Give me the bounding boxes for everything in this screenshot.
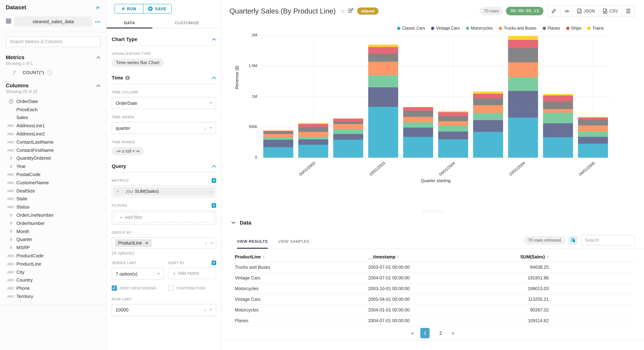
remove-tag-icon[interactable]: ✕ — [145, 241, 148, 245]
pagination-prev[interactable]: « — [411, 330, 414, 336]
table-row[interactable]: Vintage Cars2004-07-01 00:00:00191951.86 — [235, 273, 634, 283]
chevron-up-icon[interactable] — [96, 83, 100, 88]
legend-item[interactable]: Classic Cars — [397, 26, 425, 30]
menu-icon[interactable] — [622, 6, 634, 16]
stacked-bar[interactable] — [368, 44, 398, 158]
legend-item[interactable]: Motorcycles — [466, 26, 493, 30]
add-filter-dropzone[interactable]: + Add filter — [114, 212, 214, 223]
column-item[interactable]: OrderDate — [6, 97, 100, 105]
table-column-header[interactable]: SUM(Sales) — [502, 254, 549, 259]
edit-title-icon[interactable] — [348, 8, 354, 14]
time-range-value[interactable]: -∞ ≤ col < ∞ — [112, 147, 144, 155]
chevron-up-icon[interactable] — [212, 163, 216, 169]
export-json-button[interactable]: .JSON — [574, 6, 599, 16]
tab-customize[interactable]: CUSTOMIZE — [152, 18, 221, 28]
pagination-page[interactable]: 1 — [420, 328, 430, 338]
stacked-bar[interactable] — [543, 94, 573, 158]
column-item[interactable]: #MSRP — [6, 244, 100, 252]
column-item[interactable]: ABCContactLastName — [6, 138, 100, 146]
collapse-panel-icon[interactable] — [96, 5, 100, 10]
pagination-page[interactable]: 2 — [436, 328, 445, 338]
chevron-up-icon[interactable] — [96, 54, 100, 60]
pagination-next[interactable]: » — [452, 330, 454, 336]
column-item[interactable]: ABCPostalCode — [6, 170, 100, 179]
legend-item[interactable]: Vintage Cars — [431, 26, 460, 30]
sort-icon[interactable] — [546, 255, 549, 258]
table-row[interactable]: Vintage Cars2005-04-01 00:00:00113255.21 — [235, 294, 634, 305]
column-item[interactable]: ABCAddressLine1 — [6, 122, 100, 130]
column-item[interactable]: ABCContactFirstName — [6, 146, 100, 154]
add-sort-metric-button[interactable]: + — [212, 261, 216, 265]
export-csv-button[interactable]: .CSV — [599, 6, 622, 16]
column-item[interactable]: ABCTerritory — [6, 292, 100, 301]
add-sort-metric-dropzone[interactable]: + Add metric — [168, 268, 216, 279]
altered-badge[interactable]: Altered — [357, 7, 379, 14]
column-item[interactable]: ABCProductCode — [6, 252, 100, 260]
tab-view-samples[interactable]: VIEW SAMPLES — [278, 237, 310, 248]
column-item[interactable]: Sales — [6, 113, 100, 122]
favorite-star-icon[interactable]: ☆ — [340, 8, 345, 14]
search-metrics-input[interactable] — [6, 36, 100, 47]
chevron-down-icon[interactable] — [231, 220, 236, 225]
column-item[interactable]: PriceEach — [6, 105, 100, 114]
column-item[interactable]: ABCCountry — [6, 276, 100, 284]
expand-metric-icon[interactable]: › — [206, 189, 215, 194]
legend-item[interactable]: Ships — [566, 26, 582, 30]
table-row[interactable]: Motorcycles2004-01-01 00:00:0090267.02 — [235, 305, 634, 316]
group-by-select[interactable]: ProductLine ✕ × — [112, 237, 216, 249]
tab-data[interactable]: DATA — [107, 18, 152, 28]
stacked-bar[interactable] — [263, 130, 293, 158]
column-item[interactable]: #OrderLineNumber — [6, 211, 100, 219]
embed-code-button[interactable]: </> — [561, 6, 574, 16]
copy-data-button[interactable] — [568, 236, 578, 245]
table-row[interactable]: Trucks and Buses2003-07-01 00:00:0084638… — [235, 262, 634, 273]
table-row[interactable]: Planes2004-07-01 00:00:00109114.62 — [235, 316, 634, 326]
dataset-options-icon[interactable]: ••• — [95, 19, 100, 24]
column-item[interactable]: ABCCity — [6, 268, 100, 276]
tab-view-results[interactable]: VIEW RESULTS — [237, 237, 268, 248]
column-item[interactable]: ABCStatus — [6, 203, 100, 211]
metric-item[interactable]: ƒCOUNT(*)? — [6, 70, 100, 75]
column-item[interactable]: ABCProductLine — [6, 260, 100, 268]
stacked-bar[interactable] — [403, 107, 433, 158]
add-filter-button[interactable]: + — [212, 203, 216, 208]
sort-descending-checkbox[interactable]: SORT DESCENDING — [112, 286, 164, 291]
row-limit-select[interactable]: 10000 × — [112, 304, 216, 316]
column-item[interactable]: #Year — [6, 162, 100, 171]
stacked-bar[interactable] — [578, 117, 608, 158]
share-link-button[interactable] — [548, 6, 561, 16]
time-grain-select[interactable]: quarter × — [112, 122, 216, 134]
column-item[interactable]: ABCDealSize — [6, 187, 100, 195]
sort-icon[interactable] — [262, 255, 265, 258]
run-button[interactable]: RUN — [115, 4, 143, 13]
column-item[interactable]: #Month — [6, 227, 100, 236]
column-item[interactable]: #OrderNumber — [6, 219, 100, 227]
metric-pill[interactable]: × ƒ(x) SUM(Sales) › — [113, 187, 215, 196]
table-row[interactable]: Motorcycles2003-10-01 00:00:00199013.03 — [235, 283, 634, 294]
viz-type-value[interactable]: Time-series Bar Chart — [112, 58, 164, 67]
contribution-checkbox[interactable]: CONTRIBUTION — [168, 286, 216, 291]
column-item[interactable]: ABCAddressLine2 — [6, 130, 100, 138]
stacked-bar[interactable] — [298, 123, 328, 158]
dataset-name[interactable]: cleaned_sales_data — [14, 16, 92, 27]
table-column-header[interactable]: ProductLine — [235, 254, 368, 259]
column-item[interactable]: ABCCustomerName — [6, 179, 100, 187]
column-item[interactable]: #Quarter — [6, 235, 100, 244]
column-item[interactable]: ABCPhone — [6, 284, 100, 293]
legend-item[interactable]: Trucks and Buses — [499, 26, 536, 30]
remove-metric-icon[interactable]: × — [113, 189, 123, 194]
save-button[interactable]: SAVE — [143, 4, 171, 13]
sort-icon[interactable] — [397, 255, 400, 258]
add-metric-button[interactable]: + — [212, 178, 216, 183]
stacked-bar[interactable] — [473, 92, 503, 158]
stacked-bar[interactable] — [508, 36, 538, 158]
table-search-input[interactable] — [581, 235, 634, 246]
column-item[interactable]: #QuantityOrdered — [6, 154, 100, 162]
table-column-header[interactable]: __timestamp — [368, 254, 502, 259]
stacked-bar[interactable] — [333, 118, 363, 158]
chevron-up-icon[interactable] — [212, 36, 216, 42]
panel-resize-handle[interactable] — [422, 211, 443, 214]
legend-item[interactable]: Planes — [542, 26, 560, 30]
time-column-select[interactable]: OrderDate — [112, 97, 216, 109]
column-item[interactable]: ABCState — [6, 195, 100, 203]
